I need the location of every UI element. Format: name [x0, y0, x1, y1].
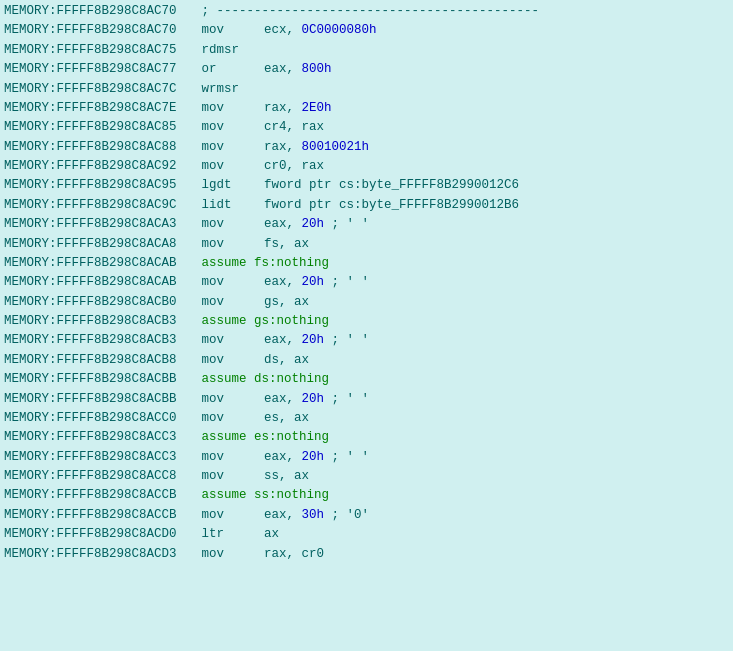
mnemonic: mov [194, 390, 264, 409]
mnemonic: mov [194, 545, 264, 564]
table-row: MEMORY:FFFFF8B298C8ACB0 mov gs, ax [4, 293, 729, 312]
table-row: MEMORY:FFFFF8B298C8ACBB assume ds:nothin… [4, 370, 729, 389]
table-row: MEMORY:FFFFF8B298C8ACBB mov eax, 20h ; '… [4, 390, 729, 409]
mnemonic: mov [194, 506, 264, 525]
operand: cr4, rax [264, 118, 324, 137]
operand: ss, ax [264, 467, 309, 486]
table-row: MEMORY:FFFFF8B298C8ACA3 mov eax, 20h ; '… [4, 215, 729, 234]
mnemonic: wrmsr [194, 80, 269, 99]
operand: eax, 30h ; '0' [264, 506, 369, 525]
address: MEMORY:FFFFF8B298C8ACB3 [4, 331, 194, 350]
mnemonic: mov [194, 138, 264, 157]
address: MEMORY:FFFFF8B298C8ACAB [4, 254, 194, 273]
address: MEMORY:FFFFF8B298C8AC77 [4, 60, 194, 79]
address: MEMORY:FFFFF8B298C8AC88 [4, 138, 194, 157]
mnemonic: mov [194, 235, 264, 254]
mnemonic: mov [194, 21, 264, 40]
table-row: MEMORY:FFFFF8B298C8ACC3 assume es:nothin… [4, 428, 729, 447]
mnemonic: rdmsr [194, 41, 269, 60]
operand: fword ptr cs:byte_FFFFF8B2990012C6 [264, 176, 519, 195]
mnemonic: mov [194, 157, 264, 176]
operand: fword ptr cs:byte_FFFFF8B2990012B6 [264, 196, 519, 215]
mnemonic: or [194, 60, 264, 79]
operand: rax, 2E0h [264, 99, 332, 118]
table-row: MEMORY:FFFFF8B298C8ACD0 ltr ax [4, 525, 729, 544]
mnemonic: lidt [194, 196, 264, 215]
operand: ecx, 0C0000080h [264, 21, 377, 40]
address: MEMORY:FFFFF8B298C8ACB8 [4, 351, 194, 370]
operand: eax, 20h ; ' ' [264, 215, 369, 234]
table-row: MEMORY:FFFFF8B298C8AC95 lgdt fword ptr c… [4, 176, 729, 195]
operand: cr0, rax [264, 157, 324, 176]
table-row: MEMORY:FFFFF8B298C8AC88 mov rax, 8001002… [4, 138, 729, 157]
address: MEMORY:FFFFF8B298C8ACC0 [4, 409, 194, 428]
operand: eax, 20h ; ' ' [264, 448, 369, 467]
table-row: MEMORY:FFFFF8B298C8AC85 mov cr4, rax [4, 118, 729, 137]
address: MEMORY:FFFFF8B298C8ACD0 [4, 525, 194, 544]
address: MEMORY:FFFFF8B298C8ACA8 [4, 235, 194, 254]
operand: eax, 20h ; ' ' [264, 390, 369, 409]
address: MEMORY:FFFFF8B298C8ACBB [4, 390, 194, 409]
mnemonic: mov [194, 351, 264, 370]
address: MEMORY:FFFFF8B298C8AC7C [4, 80, 194, 99]
table-row: MEMORY:FFFFF8B298C8ACAB mov eax, 20h ; '… [4, 273, 729, 292]
mnemonic: mov [194, 331, 264, 350]
address: MEMORY:FFFFF8B298C8ACB0 [4, 293, 194, 312]
mnemonic: mov [194, 215, 264, 234]
operand: rax, cr0 [264, 545, 324, 564]
address: MEMORY:FFFFF8B298C8ACA3 [4, 215, 194, 234]
operand: ds, ax [264, 351, 309, 370]
operand: eax, 20h ; ' ' [264, 331, 369, 350]
address: MEMORY:FFFFF8B298C8AC9C [4, 196, 194, 215]
mnemonic: mov [194, 293, 264, 312]
address: MEMORY:FFFFF8B298C8AC70 [4, 2, 194, 21]
table-row: MEMORY:FFFFF8B298C8ACC8 mov ss, ax [4, 467, 729, 486]
operand: es, ax [264, 409, 309, 428]
operand: fs, ax [264, 235, 309, 254]
table-row: MEMORY:FFFFF8B298C8AC92 mov cr0, rax [4, 157, 729, 176]
table-row: MEMORY:FFFFF8B298C8ACB3 mov eax, 20h ; '… [4, 331, 729, 350]
table-row: MEMORY:FFFFF8B298C8ACA8 mov fs, ax [4, 235, 729, 254]
mnemonic: mov [194, 273, 264, 292]
table-row: MEMORY:FFFFF8B298C8AC77 or eax, 800h [4, 60, 729, 79]
mnemonic: mov [194, 409, 264, 428]
table-row: MEMORY:FFFFF8B298C8AC70 ; --------------… [4, 2, 729, 21]
mnemonic: ltr [194, 525, 264, 544]
address: MEMORY:FFFFF8B298C8ACCB [4, 506, 194, 525]
table-row: MEMORY:FFFFF8B298C8ACCB assume ss:nothin… [4, 486, 729, 505]
address: MEMORY:FFFFF8B298C8AC95 [4, 176, 194, 195]
table-row: MEMORY:FFFFF8B298C8ACAB assume fs:nothin… [4, 254, 729, 273]
address: MEMORY:FFFFF8B298C8ACC3 [4, 448, 194, 467]
table-row: MEMORY:FFFFF8B298C8AC9C lidt fword ptr c… [4, 196, 729, 215]
address: MEMORY:FFFFF8B298C8ACB3 [4, 312, 194, 331]
address: MEMORY:FFFFF8B298C8AC7E [4, 99, 194, 118]
table-row: MEMORY:FFFFF8B298C8ACD3 mov rax, cr0 [4, 545, 729, 564]
address: MEMORY:FFFFF8B298C8ACAB [4, 273, 194, 292]
address: MEMORY:FFFFF8B298C8AC92 [4, 157, 194, 176]
table-row: MEMORY:FFFFF8B298C8AC7C wrmsr [4, 80, 729, 99]
mnemonic: mov [194, 467, 264, 486]
address: MEMORY:FFFFF8B298C8AC75 [4, 41, 194, 60]
address: MEMORY:FFFFF8B298C8ACBB [4, 370, 194, 389]
disassembly-view: MEMORY:FFFFF8B298C8AC70 ; --------------… [0, 0, 733, 651]
table-row: MEMORY:FFFFF8B298C8AC7E mov rax, 2E0h [4, 99, 729, 118]
table-row: MEMORY:FFFFF8B298C8ACCB mov eax, 30h ; '… [4, 506, 729, 525]
table-row: MEMORY:FFFFF8B298C8AC75 rdmsr [4, 41, 729, 60]
address: MEMORY:FFFFF8B298C8AC70 [4, 21, 194, 40]
mnemonic: mov [194, 99, 264, 118]
table-row: MEMORY:FFFFF8B298C8ACB8 mov ds, ax [4, 351, 729, 370]
operand: ax [264, 525, 279, 544]
address: MEMORY:FFFFF8B298C8ACC8 [4, 467, 194, 486]
mnemonic: mov [194, 448, 264, 467]
operand: eax, 800h [264, 60, 332, 79]
address: MEMORY:FFFFF8B298C8ACCB [4, 486, 194, 505]
address: MEMORY:FFFFF8B298C8ACC3 [4, 428, 194, 447]
table-row: MEMORY:FFFFF8B298C8ACC0 mov es, ax [4, 409, 729, 428]
table-row: MEMORY:FFFFF8B298C8ACC3 mov eax, 20h ; '… [4, 448, 729, 467]
table-row: MEMORY:FFFFF8B298C8ACB3 assume gs:nothin… [4, 312, 729, 331]
address: MEMORY:FFFFF8B298C8AC85 [4, 118, 194, 137]
operand: rax, 80010021h [264, 138, 369, 157]
table-row: MEMORY:FFFFF8B298C8AC70 mov ecx, 0C00000… [4, 21, 729, 40]
mnemonic: mov [194, 118, 264, 137]
mnemonic: lgdt [194, 176, 264, 195]
